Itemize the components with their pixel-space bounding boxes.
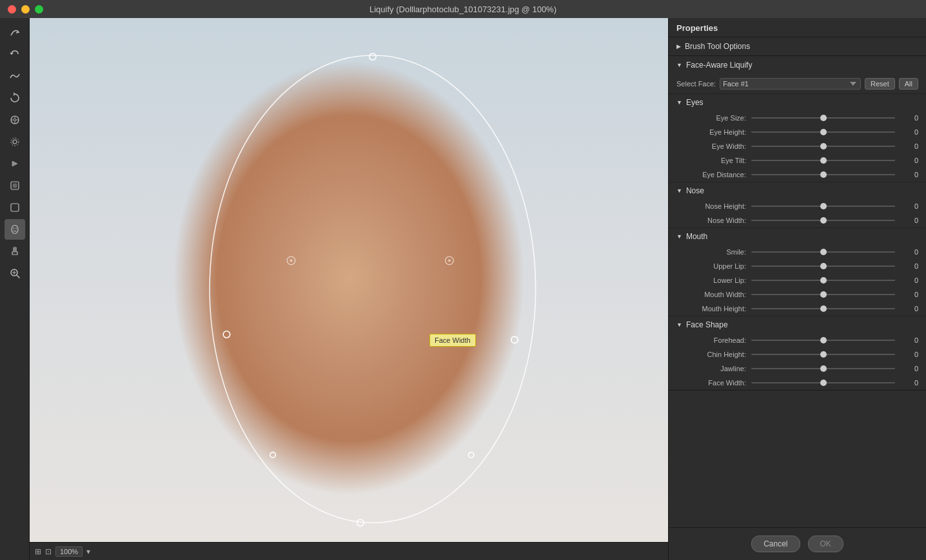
eye-tilt-slider-container[interactable] [751, 155, 895, 166]
upper-lip-row: Upper Lip: 0 [669, 259, 926, 273]
svg-point-25 [287, 256, 295, 265]
svg-point-12 [13, 228, 14, 229]
bloat-tool[interactable] [5, 131, 25, 152]
svg-point-23 [270, 452, 275, 458]
jawline-row: Jawline: 0 [669, 362, 926, 376]
mouth-width-label: Mouth Width: [682, 291, 746, 298]
face-width-tooltip: Face Width [429, 334, 476, 347]
nose-width-value: 0 [900, 217, 918, 224]
svg-rect-10 [11, 204, 19, 211]
mouth-width-slider-container[interactable] [751, 289, 895, 300]
freeze-mask-tool[interactable] [5, 175, 25, 196]
upper-lip-slider-container[interactable] [751, 261, 895, 271]
window-title: Liquify (Dolllarphotoclub_101073231.jpg … [369, 5, 557, 14]
lower-lip-slider-container[interactable] [751, 275, 895, 285]
eye-width-label: Eye Width: [682, 142, 746, 150]
titlebar-buttons [8, 5, 43, 14]
close-button[interactable] [8, 5, 16, 14]
mouth-width-value: 0 [900, 291, 918, 298]
cancel-button[interactable]: Cancel [751, 536, 800, 552]
smile-label: Smile: [682, 248, 746, 256]
chin-height-slider-container[interactable] [751, 349, 895, 360]
main-layout: ↔ Face Width ⊞ ⊡ ▾ Properties Brush Tool… [0, 18, 926, 560]
mouth-section-header[interactable]: Mouth [669, 228, 926, 245]
face-tool[interactable] [5, 219, 25, 240]
face-width-slider-label: Face Width: [682, 379, 746, 387]
reset-button[interactable]: Reset [865, 78, 895, 90]
nose-title: Nose [686, 186, 704, 195]
svg-point-6 [13, 140, 17, 144]
eye-width-slider-container[interactable] [751, 141, 895, 151]
left-toolbar [0, 18, 30, 560]
eye-size-slider-container[interactable] [751, 113, 895, 123]
canvas-bottom-bar: ⊞ ⊡ ▾ [30, 542, 668, 560]
hand-tool[interactable] [5, 241, 25, 262]
ok-button[interactable]: OK [808, 536, 843, 552]
svg-point-22 [511, 336, 518, 343]
select-face-row: Select Face: Face #1 Reset All [669, 74, 926, 93]
nose-width-slider-container[interactable] [751, 215, 895, 226]
nose-width-label: Nose Width: [682, 217, 746, 224]
all-button[interactable]: All [899, 78, 918, 90]
push-left-tool[interactable] [5, 153, 25, 174]
nose-section-header[interactable]: Nose [669, 182, 926, 199]
eyes-title: Eyes [686, 98, 704, 107]
eye-tilt-value: 0 [900, 157, 918, 164]
minimize-button[interactable] [21, 5, 30, 14]
smile-row: Smile: 0 [669, 245, 926, 259]
chin-height-row: Chin Height: 0 [669, 347, 926, 362]
face-width-slider-container[interactable] [751, 378, 895, 388]
mouth-height-value: 0 [900, 305, 918, 313]
face-aware-liquify-header[interactable]: Face-Aware Liquify [669, 56, 926, 74]
canvas-area[interactable]: ↔ Face Width ⊞ ⊡ ▾ [30, 18, 668, 560]
brush-tool-options-arrow [676, 43, 681, 50]
face-select[interactable]: Face #1 [720, 78, 861, 90]
eye-distance-value: 0 [900, 171, 918, 179]
mouth-width-row: Mouth Width: 0 [669, 287, 926, 302]
forehead-slider-container[interactable] [751, 335, 895, 345]
svg-point-21 [223, 331, 230, 338]
pucker-tool[interactable] [5, 110, 25, 130]
eye-distance-slider-container[interactable] [751, 169, 895, 180]
reconstruct-tool[interactable] [5, 44, 25, 64]
svg-point-7 [11, 138, 19, 146]
zoom-input[interactable] [55, 546, 83, 557]
mouth-height-label: Mouth Height: [682, 305, 746, 313]
eyes-arrow [676, 99, 682, 106]
eyes-section-header[interactable]: Eyes [669, 94, 926, 111]
face-shape-section-header[interactable]: Face Shape [669, 316, 926, 333]
eye-height-label: Eye Height: [682, 128, 746, 136]
upper-lip-label: Upper Lip: [682, 262, 746, 270]
svg-point-28 [448, 259, 451, 262]
eye-height-slider-container[interactable] [751, 127, 895, 137]
maximize-button[interactable] [35, 5, 43, 14]
zoom-tool[interactable] [5, 263, 25, 284]
mouth-height-row: Mouth Height: 0 [669, 302, 926, 316]
svg-point-1 [14, 119, 16, 121]
nose-height-slider-container[interactable] [751, 201, 895, 211]
svg-point-24 [468, 452, 473, 458]
face-aware-liquify-section: Face-Aware Liquify Select Face: Face #1 … [669, 56, 926, 391]
canvas-icon-1: ⊞ [35, 547, 41, 556]
thaw-mask-tool[interactable] [5, 197, 25, 218]
lower-lip-label: Lower Lip: [682, 276, 746, 284]
face-width-slider-value: 0 [900, 379, 918, 387]
zoom-dropdown-icon[interactable]: ▾ [86, 547, 90, 556]
eye-width-value: 0 [900, 142, 918, 150]
face-aware-liquify-arrow [676, 62, 682, 68]
right-panel: Properties Brush Tool Options Face-Aware… [668, 18, 926, 560]
chin-height-label: Chin Height: [682, 351, 746, 358]
properties-header: Properties [669, 18, 926, 37]
smooth-tool[interactable] [5, 66, 25, 86]
mouth-height-slider-container[interactable] [751, 304, 895, 314]
forward-warp-tool[interactable] [5, 22, 25, 43]
upper-lip-value: 0 [900, 262, 918, 270]
mouth-arrow [676, 233, 682, 240]
brush-tool-options-header[interactable]: Brush Tool Options [669, 37, 926, 55]
face-outline-svg [30, 18, 668, 560]
mouth-section: Mouth Smile: 0 Upper Lip: [669, 227, 926, 316]
smile-slider-container[interactable] [751, 247, 895, 257]
forehead-value: 0 [900, 336, 918, 344]
twirl-tool[interactable] [5, 88, 25, 108]
jawline-slider-container[interactable] [751, 363, 895, 374]
